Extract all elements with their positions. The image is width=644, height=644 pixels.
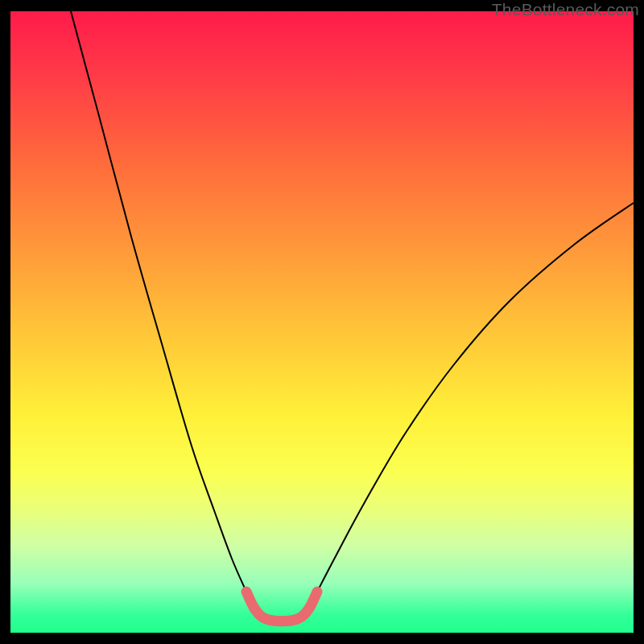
watermark-text: TheBottleneck.com (492, 0, 639, 19)
left-curve-path (71, 11, 246, 592)
right-curve-path (317, 203, 634, 592)
chart-frame (10, 11, 634, 633)
highlight-u-path (246, 592, 317, 621)
bottleneck-chart (10, 11, 634, 633)
